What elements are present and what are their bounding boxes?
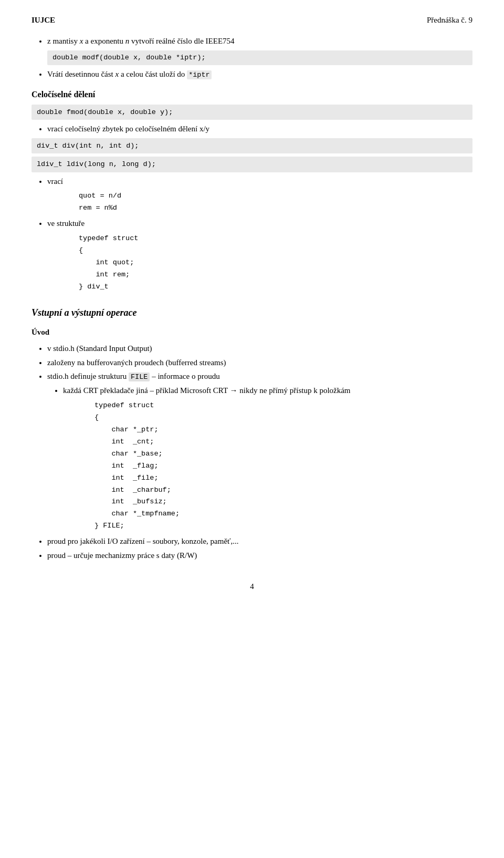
header-left: IUJCE	[32, 16, 55, 25]
main-content: z mantisy x a exponentu n vytvoří reálné…	[32, 35, 472, 561]
bullet3-text: vrací celočíselný zbytek po celočíselném…	[47, 125, 209, 133]
section-celociselne-heading: Celočíselné dělení	[32, 88, 472, 101]
bullet8-text: stdio.h definuje strukturu FILE – inform…	[47, 372, 220, 380]
bullet4-text: vrací	[47, 177, 63, 185]
code-div-t: div_t div(int n, int d);	[32, 138, 472, 154]
code-iptr: *iptr	[187, 70, 212, 79]
vstupni-section: Vstupní a výstupní operace	[32, 305, 472, 321]
bullet2-text: Vrátí desetinnou část x a celou část ulo…	[47, 70, 212, 78]
sub-list-FILE: každá CRT překladače jiná – příklad Micr…	[63, 385, 472, 397]
code-fmod: double fmod(double x, double y);	[32, 105, 472, 120]
bullet-item-7: založeny na bufferovaných proudech (buff…	[47, 357, 472, 369]
code-modf: double modf(double x, double *iptr);	[47, 50, 472, 65]
bullet6-text: v stdio.h (Standard Input Output)	[47, 344, 152, 353]
vraci-list: vrací quot = n/d rem = n%d ve struktuře …	[47, 175, 472, 293]
bullet-item-4: vrací quot = n/d rem = n%d	[47, 175, 472, 214]
sub-bullet-item-1: každá CRT překladače jiná – příklad Micr…	[63, 385, 472, 397]
bullet5-text: ve struktuře	[47, 219, 85, 228]
vstupni-heading: Vstupní a výstupní operace	[32, 307, 137, 318]
bullet-item-10: proud – určuje mechanizmy práce s daty (…	[47, 550, 472, 562]
code-ldiv-t: ldiv_t ldiv(long n, long d);	[32, 157, 472, 172]
bullet-item-2: Vrátí desetinnou část x a celou část ulo…	[47, 68, 472, 80]
code-struct-div: typedef struct { int quot; int rem; } di…	[79, 233, 472, 293]
vstupni-list: v stdio.h (Standard Input Output) založe…	[47, 343, 472, 561]
bullet1-text: z mantisy x a exponentu n vytvoří reálné…	[47, 37, 235, 45]
bullet9-text: proud pro jakékoli I/O zařízení – soubor…	[47, 537, 239, 545]
bullet10-text: proud – určuje mechanizmy práce s daty (…	[47, 551, 197, 560]
bullet-item-5: ve struktuře typedef struct { int quot; …	[47, 218, 472, 293]
top-bullet-list: z mantisy x a exponentu n vytvoří reálné…	[47, 35, 472, 80]
uvod-label: Úvod	[32, 326, 472, 338]
code-quot-rem: quot = n/d rem = n%d	[79, 190, 472, 214]
header-right: Přednáška č. 9	[427, 16, 472, 25]
code-struct-FILE: typedef struct { char *_ptr; int _cnt; c…	[94, 400, 472, 532]
bullet-item-9: proud pro jakékoli I/O zařízení – soubor…	[47, 535, 472, 547]
bullet7-text: založeny na bufferovaných proudech (buff…	[47, 358, 226, 367]
sub-bullet1-text: každá CRT překladače jiná – příklad Micr…	[63, 386, 351, 395]
bullet-item-1: z mantisy x a exponentu n vytvoří reálné…	[47, 35, 472, 65]
celociselne-label: Celočíselné dělení	[32, 90, 95, 99]
code-FILE-inline: FILE	[129, 373, 150, 381]
page-header: IUJCE Přednáška č. 9	[32, 16, 472, 25]
bullet-item-8: stdio.h definuje strukturu FILE – inform…	[47, 370, 472, 532]
bullet-item-6: v stdio.h (Standard Input Output)	[47, 343, 472, 355]
bullet-item-3: vrací celočíselný zbytek po celočíselném…	[47, 123, 472, 135]
page-number: 4	[32, 582, 472, 591]
celociselne-list: vrací celočíselný zbytek po celočíselném…	[47, 123, 472, 135]
